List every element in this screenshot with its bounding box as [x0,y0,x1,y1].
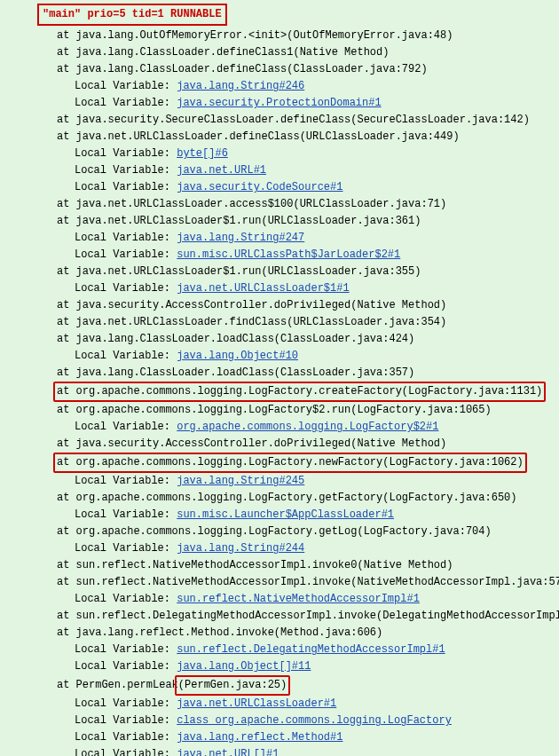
local-variable-link[interactable]: java.net.URLClassLoader#1 [177,697,336,710]
local-variable-label: Local Variable: [75,248,177,261]
stacktrace-line: Local Variable: sun.reflect.DelegatingMe… [7,642,552,658]
stacktrace-line: Local Variable: sun.misc.URLClassPath$Ja… [7,247,552,264]
frame-text: at java.security.AccessController.doPriv… [57,299,446,311]
local-variable-link[interactable]: java.lang.String#247 [177,232,304,244]
local-variable-link[interactable]: org.apache.commons.logging.LogFactory$2#… [177,421,438,433]
local-variable-label: Local Variable: [75,660,177,673]
stacktrace-line: at java.net.URLClassLoader.access$100(UR… [7,196,552,213]
frame-text: at PermGen.permLeak [57,679,178,691]
frame-text: at java.lang.ClassLoader.defineClass1(Na… [57,46,389,59]
stacktrace-line: at java.lang.ClassLoader.defineClass1(Na… [7,44,552,61]
stacktrace-line: Local Variable: java.lang.Object#10 [7,348,552,365]
local-variable-link[interactable]: java.lang.String#245 [177,475,304,487]
stacktrace-line: at java.lang.ClassLoader.loadClass(Class… [7,365,552,382]
stacktrace-line: Local Variable: byte[]#6 [7,146,552,162]
stacktrace-line: Local Variable: java.lang.String#244 [7,540,552,557]
stacktrace-line: at sun.reflect.NativeMethodAccessorImpl.… [7,574,552,591]
stacktrace-line: at java.security.SecureClassLoader.defin… [7,112,552,129]
local-variable-link[interactable]: java.net.URL[]#1 [177,748,279,756]
stacktrace-line: Local Variable: java.net.URL#1 [7,162,552,179]
stacktrace-line: Local Variable: java.security.Protection… [7,95,552,112]
local-variable-label: Local Variable: [75,181,177,193]
stacktrace-line: at java.net.URLClassLoader.defineClass(U… [7,129,552,146]
local-variable-label: Local Variable: [75,714,177,727]
local-variable-label: Local Variable: [75,748,177,756]
local-variable-label: Local Variable: [75,542,177,555]
stacktrace-line: Local Variable: java.lang.reflect.Method… [7,729,552,746]
stacktrace-line: Local Variable: sun.misc.Launcher$AppCla… [7,507,552,524]
local-variable-link[interactable]: java.net.URLClassLoader$1#1 [177,282,349,295]
local-variable-link[interactable]: sun.misc.Launcher$AppClassLoader#1 [177,508,394,521]
local-variable-link[interactable]: java.security.CodeSource#1 [177,181,342,193]
local-variable-link[interactable]: class org.apache.commons.logging.LogFact… [177,714,452,727]
frame-text: at java.net.URLClassLoader.findClass(URL… [57,316,446,328]
stacktrace-line: Local Variable: class org.apache.commons… [7,713,552,729]
local-variable-link[interactable]: java.lang.String#244 [177,542,304,555]
local-variable-label: Local Variable: [75,97,177,109]
frame-text: at java.net.URLClassLoader$1.run(URLClas… [57,215,421,227]
stacktrace-line: Local Variable: java.net.URLClassLoader$… [7,280,552,297]
local-variable-link[interactable]: byte[]#6 [177,147,228,160]
frame-text: at java.net.URLClassLoader.access$100(UR… [57,198,446,210]
local-variable-link[interactable]: sun.reflect.DelegatingMethodAccessorImpl… [177,643,445,656]
frame-text: at java.lang.ClassLoader.loadClass(Class… [57,333,414,345]
stacktrace-line: at java.lang.OutOfMemoryError.<init>(Out… [7,28,552,44]
frame-text: at java.security.SecureClassLoader.defin… [57,114,530,126]
local-variable-label: Local Variable: [75,232,177,244]
stacktrace-line: Local Variable: java.net.URL[]#1 [7,746,552,756]
stacktrace-line: at org.apache.commons.logging.LogFactory… [7,453,552,473]
stacktrace-lines: at java.lang.OutOfMemoryError.<init>(Out… [7,28,552,756]
local-variable-link[interactable]: java.lang.String#246 [177,80,304,92]
local-variable-link[interactable]: java.lang.reflect.Method#1 [177,731,342,744]
stacktrace-line: Local Variable: java.lang.String#246 [7,78,552,95]
local-variable-label: Local Variable: [75,421,177,433]
stacktrace-line: Local Variable: java.lang.String#247 [7,230,552,247]
frame-text: at java.lang.reflect.Method.invoke(Metho… [57,626,382,639]
local-variable-label: Local Variable: [75,282,177,295]
frame-text: at org.apache.commons.logging.LogFactory… [57,525,492,538]
stacktrace-line: Local Variable: sun.reflect.NativeMethod… [7,591,552,608]
stacktrace-line: at java.net.URLClassLoader$1.run(URLClas… [7,213,552,230]
frame-text: at java.lang.OutOfMemoryError.<init>(Out… [57,29,453,42]
highlighted-frame: at org.apache.commons.logging.LogFactory… [53,382,546,402]
frame-text: at java.lang.ClassLoader.loadClass(Class… [57,366,414,379]
stacktrace-line: Local Variable: java.security.CodeSource… [7,179,552,196]
local-variable-link[interactable]: java.lang.Object#10 [177,350,298,362]
highlighted-location: (PermGen.java:25) [175,675,290,696]
frame-text: at java.net.URLClassLoader$1.run(URLClas… [57,265,421,278]
stacktrace-line: at sun.reflect.NativeMethodAccessorImpl.… [7,557,552,574]
local-variable-label: Local Variable: [75,731,177,744]
stacktrace-line: at org.apache.commons.logging.LogFactory… [7,402,552,419]
local-variable-label: Local Variable: [75,164,177,177]
local-variable-label: Local Variable: [75,475,177,487]
stacktrace-line: at java.net.URLClassLoader$1.run(URLClas… [7,264,552,280]
local-variable-label: Local Variable: [75,593,177,605]
stacktrace-line: at java.security.AccessController.doPriv… [7,297,552,314]
stacktrace-line: at org.apache.commons.logging.LogFactory… [7,524,552,540]
local-variable-link[interactable]: java.security.ProtectionDomain#1 [177,97,381,109]
local-variable-label: Local Variable: [75,350,177,362]
frame-text: at java.net.URLClassLoader.defineClass(U… [57,130,460,143]
frame-text: at org.apache.commons.logging.LogFactory… [57,404,492,416]
stacktrace-line: Local Variable: java.net.URLClassLoader#… [7,696,552,713]
stacktrace-line: at java.net.URLClassLoader.findClass(URL… [7,314,552,331]
frame-text: at org.apache.commons.logging.LogFactory… [57,492,516,504]
local-variable-link[interactable]: sun.misc.URLClassPath$JarLoader$2#1 [177,248,400,261]
local-variable-link[interactable]: sun.reflect.NativeMethodAccessorImpl#1 [177,593,420,605]
local-variable-label: Local Variable: [75,643,177,656]
frame-text: at java.security.AccessController.doPriv… [57,437,446,450]
stacktrace-line: at org.apache.commons.logging.LogFactory… [7,490,552,507]
frame-text: at sun.reflect.NativeMethodAccessorImpl.… [57,559,453,571]
local-variable-label: Local Variable: [75,147,177,160]
stacktrace-line: at java.lang.reflect.Method.invoke(Metho… [7,625,552,642]
stacktrace-line: Local Variable: java.lang.Object[]#11 [7,658,552,675]
stacktrace-line: Local Variable: java.lang.String#245 [7,473,552,490]
local-variable-link[interactable]: java.lang.Object[]#11 [177,660,311,673]
frame-text: at sun.reflect.NativeMethodAccessorImpl.… [57,576,559,588]
stacktrace-line: at sun.reflect.DelegatingMethodAccessorI… [7,608,552,625]
local-variable-label: Local Variable: [75,508,177,521]
local-variable-link[interactable]: java.net.URL#1 [177,164,266,177]
stacktrace-line: Local Variable: org.apache.commons.loggi… [7,419,552,436]
local-variable-label: Local Variable: [75,80,177,92]
highlighted-frame: at org.apache.commons.logging.LogFactory… [53,453,527,473]
